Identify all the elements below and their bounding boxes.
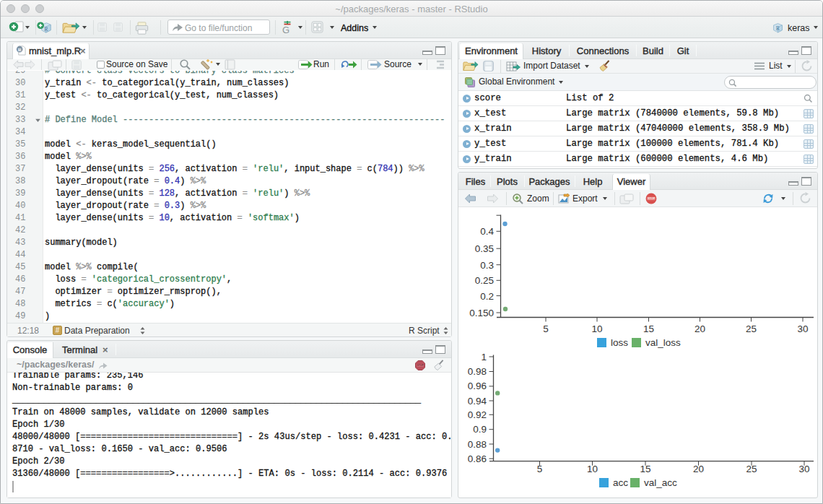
- svg-text:25: 25: [746, 464, 757, 474]
- svg-text:0.3: 0.3: [480, 260, 494, 271]
- svg-text:0.9: 0.9: [473, 424, 487, 435]
- svg-text:acc: acc: [613, 477, 628, 488]
- svg-text:20: 20: [693, 464, 704, 474]
- svg-text:30: 30: [797, 323, 808, 334]
- svg-text:30: 30: [798, 464, 809, 474]
- svg-text:5: 5: [543, 323, 549, 334]
- svg-text:0.92: 0.92: [468, 409, 487, 420]
- svg-text:0.35: 0.35: [475, 243, 494, 254]
- svg-text:0.2: 0.2: [480, 291, 494, 302]
- svg-text:val_acc: val_acc: [644, 477, 677, 488]
- svg-text:loss: loss: [611, 337, 628, 348]
- svg-text:10: 10: [587, 464, 598, 474]
- svg-text:0.4: 0.4: [480, 226, 494, 237]
- svg-text:15: 15: [640, 464, 650, 474]
- svg-text:1: 1: [481, 352, 487, 362]
- svg-text:STOP: STOP: [417, 364, 424, 367]
- svg-text:G: G: [282, 25, 289, 35]
- svg-text:20: 20: [694, 323, 705, 334]
- svg-text:R: R: [776, 25, 780, 32]
- svg-text:25: 25: [746, 323, 757, 334]
- svg-text:0.25: 0.25: [475, 275, 494, 286]
- svg-text:15: 15: [643, 323, 654, 334]
- svg-text:10: 10: [591, 323, 602, 334]
- svg-text:0.98: 0.98: [468, 366, 487, 377]
- svg-text:0.88: 0.88: [468, 439, 487, 450]
- svg-text:0.94: 0.94: [468, 396, 487, 407]
- svg-text:STOP: STOP: [648, 196, 656, 200]
- svg-text:5: 5: [537, 464, 543, 474]
- svg-text:R: R: [44, 26, 48, 32]
- svg-text:0.96: 0.96: [468, 381, 487, 391]
- svg-text:0.86: 0.86: [468, 453, 487, 464]
- svg-text:0.150: 0.150: [469, 308, 494, 318]
- svg-text:val_loss: val_loss: [645, 337, 681, 348]
